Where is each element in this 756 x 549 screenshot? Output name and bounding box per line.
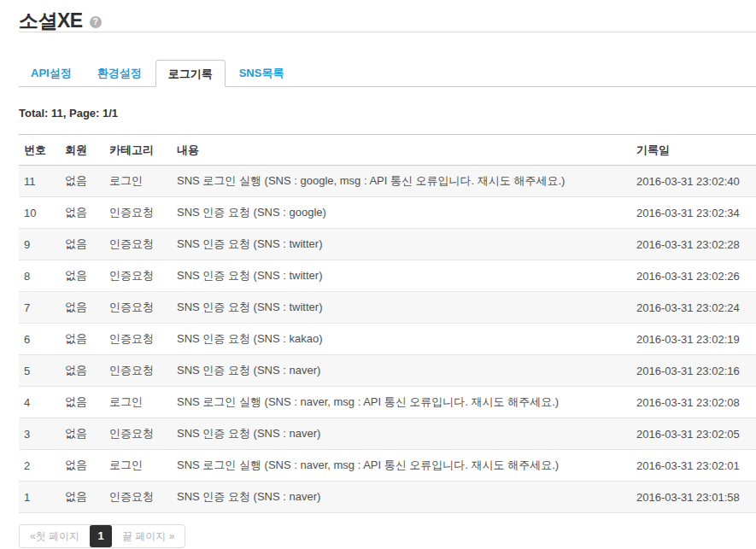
cell-category: 로그인 <box>104 387 172 418</box>
cell-member: 없음 <box>60 260 104 292</box>
table-row: 7없음인증요청SNS 인증 요청 (SNS : twitter)2016-03-… <box>19 292 756 324</box>
total-page-summary: Total: 11, Page: 1/1 <box>19 107 756 120</box>
table-row: 1없음인증요청SNS 인증 요청 (SNS : naver)2016-03-31… <box>19 482 756 513</box>
cell-content: SNS 인증 요청 (SNS : twitter) <box>172 292 631 324</box>
cell-member: 없음 <box>60 418 104 450</box>
table-row: 2없음로그인SNS 로그인 실행 (SNS : naver, msg : API… <box>19 450 756 482</box>
cell-content: SNS 인증 요청 (SNS : naver) <box>172 418 631 450</box>
cell-date: 2016-03-31 23:02:16 <box>631 355 756 387</box>
table-header-row: 번호 회원 카테고리 내용 기록일 <box>19 135 756 166</box>
cell-number: 7 <box>19 292 60 324</box>
cell-date: 2016-03-31 23:02:24 <box>631 292 756 324</box>
cell-category: 인증요청 <box>104 229 172 260</box>
cell-number: 4 <box>19 387 60 418</box>
cell-number: 1 <box>19 482 60 513</box>
tab-bar: API설정 환경설정 로그기록 SNS목록 <box>19 60 756 87</box>
cell-member: 없음 <box>60 292 104 324</box>
pagination: «첫 페이지 1 끝 페이지 » <box>19 524 185 548</box>
table-row: 8없음인증요청SNS 인증 요청 (SNS : twitter)2016-03-… <box>19 260 756 292</box>
cell-number: 11 <box>19 166 60 197</box>
col-header-member: 회원 <box>60 135 104 166</box>
cell-category: 로그인 <box>104 166 172 197</box>
table-row: 9없음인증요청SNS 인증 요청 (SNS : twitter)2016-03-… <box>19 229 756 260</box>
col-header-category: 카테고리 <box>104 135 172 166</box>
cell-member: 없음 <box>60 197 104 229</box>
cell-date: 2016-03-31 23:02:19 <box>631 324 756 355</box>
col-header-number: 번호 <box>19 135 60 166</box>
cell-category: 인증요청 <box>104 482 172 513</box>
cell-number: 3 <box>19 418 60 450</box>
cell-content: SNS 로그인 실행 (SNS : naver, msg : API 통신 오류… <box>172 387 631 418</box>
cell-category: 인증요청 <box>104 260 172 292</box>
cell-member: 없음 <box>60 482 104 513</box>
first-page-button[interactable]: «첫 페이지 <box>20 525 90 547</box>
cell-member: 없음 <box>60 229 104 260</box>
table-row: 6없음인증요청SNS 인증 요청 (SNS : kakao)2016-03-31… <box>19 324 756 355</box>
col-header-content: 내용 <box>172 135 631 166</box>
log-table-body: 11없음로그인SNS 로그인 실행 (SNS : google, msg : A… <box>19 166 756 513</box>
admin-page: 소셜XE? API설정 환경설정 로그기록 SNS목록 Total: 11, P… <box>0 0 756 548</box>
tab-log-records[interactable]: 로그기록 <box>155 60 226 87</box>
cell-content: SNS 인증 요청 (SNS : twitter) <box>172 260 631 292</box>
cell-category: 인증요청 <box>104 292 172 324</box>
cell-content: SNS 인증 요청 (SNS : kakao) <box>172 324 631 355</box>
cell-category: 인증요청 <box>104 324 172 355</box>
cell-number: 6 <box>19 324 60 355</box>
table-row: 5없음인증요청SNS 인증 요청 (SNS : naver)2016-03-31… <box>19 355 756 387</box>
table-row: 3없음인증요청SNS 인증 요청 (SNS : naver)2016-03-31… <box>19 418 756 450</box>
table-row: 10없음인증요청SNS 인증 요청 (SNS : google)2016-03-… <box>19 197 756 229</box>
page-header: 소셜XE? <box>19 0 756 32</box>
cell-member: 없음 <box>60 166 104 197</box>
cell-content: SNS 로그인 실행 (SNS : naver, msg : API 통신 오류… <box>172 450 631 482</box>
cell-date: 2016-03-31 23:02:26 <box>631 260 756 292</box>
tab-sns-list[interactable]: SNS목록 <box>227 60 296 87</box>
col-header-date: 기록일 <box>631 135 756 166</box>
current-page-button[interactable]: 1 <box>90 525 112 547</box>
cell-number: 2 <box>19 450 60 482</box>
cell-date: 2016-03-31 23:02:05 <box>631 418 756 450</box>
cell-member: 없음 <box>60 324 104 355</box>
cell-category: 로그인 <box>104 450 172 482</box>
table-row: 4없음로그인SNS 로그인 실행 (SNS : naver, msg : API… <box>19 387 756 418</box>
cell-date: 2016-03-31 23:02:40 <box>631 166 756 197</box>
cell-content: SNS 인증 요청 (SNS : google) <box>172 197 631 229</box>
cell-category: 인증요청 <box>104 355 172 387</box>
cell-number: 9 <box>19 229 60 260</box>
cell-number: 5 <box>19 355 60 387</box>
tab-api-settings[interactable]: API설정 <box>19 60 84 87</box>
cell-date: 2016-03-31 23:02:28 <box>631 229 756 260</box>
cell-number: 8 <box>19 260 60 292</box>
cell-content: SNS 로그인 실행 (SNS : google, msg : API 통신 오… <box>172 166 631 197</box>
last-page-button[interactable]: 끝 페이지 » <box>112 525 185 547</box>
tab-env-settings[interactable]: 환경설정 <box>85 60 154 87</box>
table-row: 11없음로그인SNS 로그인 실행 (SNS : google, msg : A… <box>19 166 756 197</box>
cell-date: 2016-03-31 23:02:08 <box>631 387 756 418</box>
cell-date: 2016-03-31 23:02:01 <box>631 450 756 482</box>
help-icon[interactable]: ? <box>90 16 102 28</box>
cell-member: 없음 <box>60 355 104 387</box>
cell-content: SNS 인증 요청 (SNS : naver) <box>172 482 631 513</box>
cell-date: 2016-03-31 23:02:34 <box>631 197 756 229</box>
cell-category: 인증요청 <box>104 418 172 450</box>
cell-number: 10 <box>19 197 60 229</box>
cell-member: 없음 <box>60 450 104 482</box>
cell-content: SNS 인증 요청 (SNS : naver) <box>172 355 631 387</box>
page-title: 소셜XE <box>19 8 83 34</box>
log-table: 번호 회원 카테고리 내용 기록일 11없음로그인SNS 로그인 실행 (SNS… <box>19 134 756 513</box>
cell-content: SNS 인증 요청 (SNS : twitter) <box>172 229 631 260</box>
cell-category: 인증요청 <box>104 197 172 229</box>
cell-date: 2016-03-31 23:01:58 <box>631 482 756 513</box>
cell-member: 없음 <box>60 387 104 418</box>
